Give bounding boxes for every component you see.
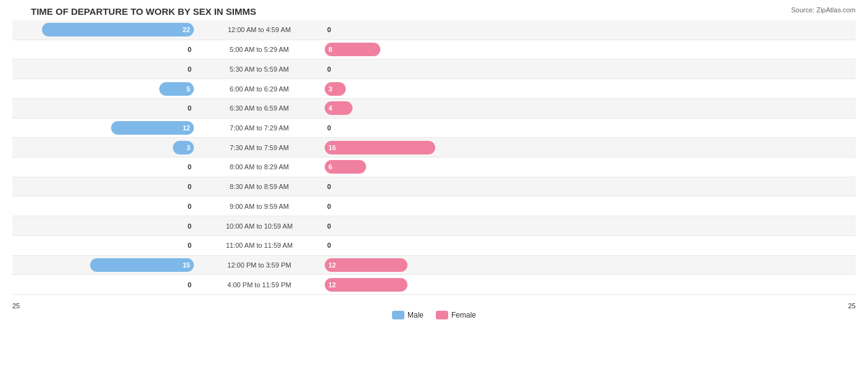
female-section: 12 [321,258,506,272]
male-value: 0 [185,46,194,53]
table-row: 0 8:30 AM to 8:59 AM 0 [12,177,856,197]
male-value: 12 [183,124,190,132]
male-bar: 22 [42,23,194,36]
female-value: 12 [328,281,336,289]
male-section: 0 [12,281,198,289]
male-value: 5 [186,85,190,93]
male-bar: 12 [111,121,194,135]
female-label: Female [451,311,476,319]
table-row: 0 6:30 AM to 6:59 AM 4 [12,99,856,119]
female-bar: 8 [325,43,380,56]
table-row: 0 5:00 AM to 5:29 AM 8 [12,40,856,60]
male-section: 3 [12,141,198,154]
male-bar: 5 [159,82,194,96]
female-section: 3 [321,82,506,96]
female-value: 8 [328,46,332,53]
female-value: 6 [328,163,332,171]
table-row: 0 10:00 AM to 10:59 AM 0 [12,216,856,236]
male-section: 0 [12,183,198,190]
female-value: 0 [325,65,333,73]
male-label: Male [407,311,424,319]
time-label: 5:30 AM to 5:59 AM [198,65,321,73]
time-label: 9:00 AM to 9:59 AM [198,203,321,210]
female-bar: 3 [325,82,346,96]
male-value: 22 [183,26,190,33]
table-row: 0 8:00 AM to 8:29 AM 6 [12,158,856,177]
female-value: 4 [328,104,332,112]
male-bar: 15 [90,258,194,272]
female-section: 16 [321,141,506,154]
time-label: 12:00 PM to 3:59 PM [198,261,321,269]
female-bar: 12 [325,278,407,292]
male-bar: 3 [173,141,194,154]
male-value: 0 [185,222,194,230]
female-value: 3 [328,85,332,93]
axis-labels: 25 25 [12,302,856,310]
source-text: Source: ZipAtlas.com [791,6,856,14]
table-row: 12 7:00 AM to 7:29 AM 0 [12,119,856,138]
female-swatch [436,311,448,319]
female-section: 0 [321,124,506,132]
male-section: 15 [12,258,198,272]
male-swatch [392,311,404,319]
female-section: 0 [321,65,506,73]
time-label: 12:00 AM to 4:59 AM [198,26,321,33]
legend-female: Female [436,311,476,319]
table-row: 0 4:00 PM to 11:59 PM 12 [12,275,856,295]
female-section: 0 [321,26,506,33]
time-label: 10:00 AM to 10:59 AM [198,222,321,230]
male-section: 5 [12,82,198,96]
male-value: 0 [185,281,194,289]
male-value: 0 [185,242,194,249]
table-row: 0 5:30 AM to 5:59 AM 0 [12,59,856,79]
time-label: 8:30 AM to 8:59 AM [198,183,321,190]
male-section: 0 [12,163,198,171]
chart-container: TIME OF DEPARTURE TO WORK BY SEX IN SIMM… [0,0,868,367]
male-value: 0 [185,183,194,190]
male-section: 12 [12,121,198,135]
time-label: 7:00 AM to 7:29 AM [198,124,321,132]
rows-container: 22 12:00 AM to 4:59 AM 0 0 5:00 AM to 5:… [12,20,856,295]
time-label: 6:00 AM to 6:29 AM [198,85,321,93]
table-row: 3 7:30 AM to 7:59 AM 16 [12,138,856,158]
female-value: 0 [325,222,333,230]
male-section: 0 [12,46,198,53]
female-section: 0 [321,242,506,249]
female-section: 8 [321,43,506,56]
male-section: 0 [12,65,198,73]
axis-min: 25 [12,302,20,310]
table-row: 22 12:00 AM to 4:59 AM 0 [12,20,856,40]
female-section: 4 [321,101,506,115]
male-value: 0 [185,65,194,73]
female-bar: 6 [325,160,366,174]
time-label: 5:00 AM to 5:29 AM [198,46,321,53]
legend-male: Male [392,311,424,319]
female-value: 0 [325,26,333,33]
chart-title: TIME OF DEPARTURE TO WORK BY SEX IN SIMM… [12,6,856,17]
table-row: 0 11:00 AM to 11:59 AM 0 [12,236,856,256]
female-value: 0 [325,183,333,190]
female-value: 16 [328,144,336,151]
male-section: 0 [12,222,198,230]
time-label: 11:00 AM to 11:59 AM [198,242,321,249]
male-value: 15 [183,261,190,269]
table-row: 0 9:00 AM to 9:59 AM 0 [12,196,856,216]
female-section: 0 [321,183,506,190]
female-section: 0 [321,222,506,230]
male-section: 0 [12,104,198,112]
time-label: 6:30 AM to 6:59 AM [198,104,321,112]
time-label: 7:30 AM to 7:59 AM [198,144,321,151]
male-value: 0 [185,203,194,210]
table-row: 15 12:00 PM to 3:59 PM 12 [12,256,856,276]
chart-area: 22 12:00 AM to 4:59 AM 0 0 5:00 AM to 5:… [12,20,856,319]
female-value: 0 [325,242,333,249]
female-bar: 4 [325,101,353,115]
legend: Male Female [392,311,476,319]
male-value: 3 [186,144,190,151]
time-label: 8:00 AM to 8:29 AM [198,163,321,171]
female-section: 0 [321,203,506,210]
female-bar: 12 [325,258,407,272]
male-section: 22 [12,23,198,36]
time-label: 4:00 PM to 11:59 PM [198,281,321,289]
female-section: 6 [321,160,506,174]
